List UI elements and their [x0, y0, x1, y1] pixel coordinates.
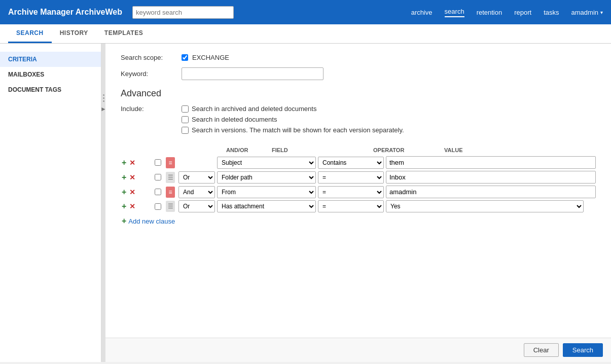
nav-archive[interactable]: archive: [411, 9, 433, 16]
clause-grip-1: ≡: [164, 157, 176, 168]
keyword-label: Keyword:: [121, 70, 182, 78]
field-select-1[interactable]: Subject Folder path From Has attachment: [217, 157, 316, 169]
remove-clause-1-button[interactable]: ✕: [128, 159, 136, 166]
app-logo: Archive Manager ArchiveWeb: [8, 8, 122, 17]
nav-amadmin[interactable]: amadmin: [571, 9, 603, 16]
clause-check-4: [153, 203, 162, 210]
field-select-4[interactable]: Subject Folder path From Has attachment: [217, 200, 316, 212]
tab-bar: SEARCH HISTORY TEMPLATES: [0, 24, 611, 44]
clause-check-1: [153, 159, 162, 166]
clause-grip-4: ☰: [164, 201, 176, 212]
include-archived-deleted-label: Search in archived and deleted documents: [192, 105, 316, 113]
include-versions-label: Search in versions. The match will be sh…: [192, 126, 404, 134]
search-scope-row: Search scope: EXCHANGE: [121, 54, 596, 61]
andor-select-2[interactable]: Or And: [178, 171, 215, 184]
include-versions[interactable]: Search in versions. The match will be sh…: [182, 126, 404, 134]
operator-select-1[interactable]: Contains = !=: [318, 157, 384, 169]
value-input-2[interactable]: [386, 171, 596, 184]
add-clause-3-button[interactable]: +: [121, 188, 127, 196]
clause-header: AND/OR FIELD OPERATOR VALUE: [121, 147, 596, 153]
clause-actions-1: + ✕: [121, 159, 151, 167]
search-scope-control: EXCHANGE: [182, 54, 229, 61]
include-archived-deleted[interactable]: Search in archived and deleted documents: [182, 105, 404, 113]
tab-history[interactable]: HISTORY: [52, 24, 96, 43]
tab-templates[interactable]: TEMPLATES: [96, 24, 151, 43]
clause-row: + ✕ ≡ Subject Folder path From Has attac…: [121, 156, 596, 169]
sidebar-item-mailboxes[interactable]: MAILBOXES: [0, 67, 101, 82]
clause-actions-2: + ✕: [121, 173, 151, 181]
clause-grip-2: ☰: [164, 172, 176, 183]
remove-clause-3-button[interactable]: ✕: [128, 189, 136, 196]
value-header: VALUE: [444, 147, 596, 153]
grip-icon-2[interactable]: ☰: [166, 172, 175, 183]
clause-check-3: [153, 189, 162, 195]
nav-retention[interactable]: retention: [477, 9, 502, 16]
value-select-4[interactable]: Yes No: [386, 200, 584, 212]
remove-clause-4-button[interactable]: ✕: [128, 203, 136, 210]
include-row: Include: Search in archived and deleted …: [121, 105, 596, 137]
include-label: Include:: [121, 105, 182, 113]
clause-checkbox-1[interactable]: [155, 159, 161, 166]
footer-actions: Clear Search: [105, 338, 611, 362]
value-input-1[interactable]: [386, 156, 596, 169]
field-select-2[interactable]: Subject Folder path From Has attachment: [217, 171, 316, 184]
main-layout: CRITERIA MAILBOXES DOCUMENT TAGS ► Searc…: [0, 44, 611, 362]
include-options: Search in archived and deleted documents…: [182, 105, 404, 137]
clear-button[interactable]: Clear: [524, 343, 559, 357]
add-new-clause[interactable]: + Add new clause: [121, 216, 596, 226]
exchange-label: EXCHANGE: [192, 54, 229, 61]
advanced-title: Advanced: [121, 88, 596, 99]
tab-search[interactable]: SEARCH: [8, 24, 52, 43]
andor-header: AND/OR: [226, 147, 272, 153]
include-deleted-label: Search in deleted documents: [192, 116, 277, 123]
clause-row: + ✕ ≡ Or And Subject Folder path From: [121, 186, 596, 198]
search-scope-label: Search scope:: [121, 54, 182, 61]
keyword-search-input[interactable]: [132, 6, 234, 19]
clause-actions-3: + ✕: [121, 188, 151, 196]
operator-select-3[interactable]: = != Contains: [318, 186, 384, 198]
main-content: Search scope: EXCHANGE Keyword: Advanced…: [105, 44, 611, 362]
main-nav: archive search retention report tasks am…: [411, 8, 603, 17]
sidebar-item-criteria[interactable]: CRITERIA: [0, 52, 101, 67]
field-select-3[interactable]: Subject Folder path From Has attachment: [217, 186, 316, 198]
include-deleted[interactable]: Search in deleted documents: [182, 116, 404, 123]
operator-select-2[interactable]: = != Contains: [318, 171, 384, 184]
value-input-3[interactable]: [386, 186, 596, 198]
clause-checkbox-2[interactable]: [155, 174, 161, 180]
field-header: FIELD: [272, 147, 373, 153]
clause-row: + ✕ ☰ Or And Subject Folder path From: [121, 171, 596, 184]
nav-report[interactable]: report: [514, 9, 531, 16]
grip-icon-4[interactable]: ☰: [166, 201, 175, 212]
add-clause-2-button[interactable]: +: [121, 173, 127, 181]
search-button[interactable]: Search: [563, 343, 603, 357]
add-clause-label: Add new clause: [128, 217, 175, 225]
exchange-checkbox[interactable]: [182, 54, 188, 61]
sidebar-resize-handle[interactable]: ►: [101, 44, 105, 362]
andor-select-4[interactable]: Or And: [178, 200, 215, 212]
nav-tasks[interactable]: tasks: [544, 9, 559, 16]
clause-checkbox-4[interactable]: [155, 203, 161, 210]
andor-select-3[interactable]: Or And: [178, 186, 215, 198]
clause-grip-3: ≡: [164, 187, 176, 198]
clause-row: + ✕ ☰ Or And Subject Folder path From: [121, 200, 596, 212]
drag-dot: [103, 100, 104, 102]
sidebar: CRITERIA MAILBOXES DOCUMENT TAGS: [0, 44, 101, 362]
operator-header: OPERATOR: [373, 147, 444, 153]
drag-dot: [103, 97, 104, 99]
clause-check-2: [153, 174, 162, 180]
add-clause-4-button[interactable]: +: [121, 202, 127, 210]
remove-clause-2-button[interactable]: ✕: [128, 174, 136, 181]
add-clause-1-button[interactable]: +: [121, 159, 127, 167]
clause-section: AND/OR FIELD OPERATOR VALUE + ✕ ≡: [121, 147, 596, 226]
nav-search[interactable]: search: [445, 8, 464, 17]
app-header: Archive Manager ArchiveWeb archive searc…: [0, 0, 611, 24]
sidebar-item-document-tags[interactable]: DOCUMENT TAGS: [0, 82, 101, 97]
operator-select-4[interactable]: = != Contains: [318, 200, 384, 212]
keyword-input[interactable]: [182, 67, 324, 80]
drag-dot: [103, 94, 104, 96]
add-clause-plus-icon: +: [122, 216, 126, 226]
clause-checkbox-3[interactable]: [155, 189, 161, 195]
grip-icon-3[interactable]: ≡: [166, 187, 175, 198]
grip-icon-1[interactable]: ≡: [166, 157, 175, 168]
keyword-row: Keyword:: [121, 67, 596, 80]
